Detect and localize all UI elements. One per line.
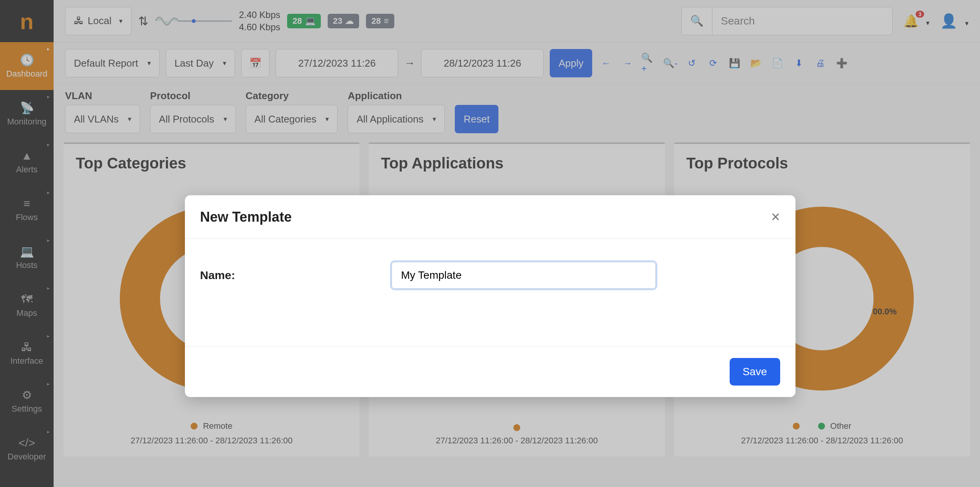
modal-title: New Template: [200, 209, 292, 225]
close-button[interactable]: ×: [771, 208, 780, 226]
new-template-modal: New Template × Name: Save: [185, 195, 795, 397]
template-name-input[interactable]: [392, 262, 656, 289]
modal-header: New Template ×: [185, 195, 795, 239]
save-button[interactable]: Save: [730, 358, 780, 386]
modal-overlay[interactable]: New Template × Name: Save: [0, 0, 980, 487]
modal-footer: Save: [185, 346, 795, 397]
modal-body: Name:: [185, 239, 795, 346]
close-icon: ×: [771, 208, 780, 225]
name-label: Name:: [200, 269, 369, 282]
